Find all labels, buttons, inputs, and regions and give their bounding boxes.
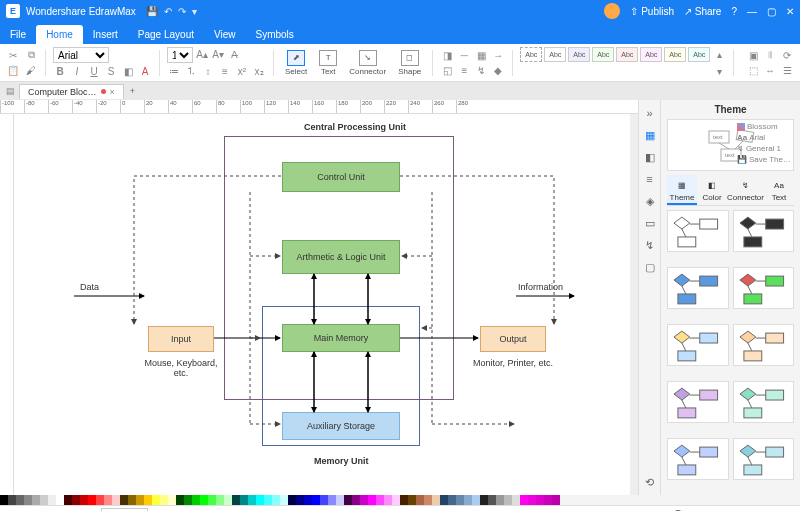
palette-swatch[interactable] xyxy=(208,495,216,505)
menu-insert[interactable]: Insert xyxy=(83,25,128,44)
cut-icon[interactable]: ✂ xyxy=(6,48,20,62)
preset-save[interactable]: 💾 Save The… xyxy=(737,155,791,164)
line-spacing-icon[interactable]: ↕ xyxy=(201,64,215,78)
theme-panel-icon[interactable]: ▦ xyxy=(643,128,657,142)
theme-thumbnail[interactable] xyxy=(733,267,795,309)
palette-swatch[interactable] xyxy=(448,495,456,505)
palette-swatch[interactable] xyxy=(40,495,48,505)
vertical-scrollbar[interactable] xyxy=(630,114,638,495)
palette-swatch[interactable] xyxy=(152,495,160,505)
palette-swatch[interactable] xyxy=(536,495,544,505)
increase-font-icon[interactable]: A▴ xyxy=(195,47,209,61)
theme-thumbnail[interactable] xyxy=(733,438,795,480)
palette-swatch[interactable] xyxy=(488,495,496,505)
theme-thumbnail[interactable] xyxy=(667,324,729,366)
palette-swatch[interactable] xyxy=(328,495,336,505)
maximize-icon[interactable]: ▢ xyxy=(767,6,776,17)
help-icon[interactable]: ? xyxy=(731,6,737,17)
connector-panel-icon[interactable]: ↯ xyxy=(643,238,657,252)
avatar[interactable] xyxy=(604,3,620,19)
highlight-icon[interactable]: ◧ xyxy=(121,64,135,78)
menu-view[interactable]: View xyxy=(204,25,246,44)
clear-format-icon[interactable]: A̶ xyxy=(227,47,241,61)
palette-swatch[interactable] xyxy=(72,495,80,505)
palette-swatch[interactable] xyxy=(440,495,448,505)
document-tab[interactable]: Computer Bloc… × xyxy=(19,84,124,99)
palette-swatch[interactable] xyxy=(272,495,280,505)
palette-swatch[interactable] xyxy=(160,495,168,505)
arrow-icon[interactable]: → xyxy=(491,48,505,62)
preset-font[interactable]: Aa Arial xyxy=(737,133,791,142)
palette-swatch[interactable] xyxy=(64,495,72,505)
style-swatch[interactable]: Abc xyxy=(616,47,638,62)
palette-swatch[interactable] xyxy=(416,495,424,505)
theme-thumbnail[interactable] xyxy=(733,210,795,252)
palette-swatch[interactable] xyxy=(88,495,96,505)
line-icon[interactable]: ─ xyxy=(457,48,471,62)
text-tool[interactable]: TText xyxy=(315,50,341,76)
close-tab-icon[interactable]: × xyxy=(110,87,115,97)
palette-swatch[interactable] xyxy=(368,495,376,505)
palette-swatch[interactable] xyxy=(48,495,56,505)
format-painter-icon[interactable]: 🖌 xyxy=(24,63,38,77)
output-node[interactable]: Output xyxy=(480,326,546,352)
shape-tool[interactable]: ◻Shape xyxy=(394,50,425,76)
palette-swatch[interactable] xyxy=(0,495,8,505)
shadow-icon[interactable]: ▦ xyxy=(474,48,488,62)
undo-icon[interactable]: ↶ xyxy=(164,6,172,17)
close-icon[interactable]: ✕ xyxy=(786,6,794,17)
palette-swatch[interactable] xyxy=(168,495,176,505)
palette-swatch[interactable] xyxy=(176,495,184,505)
theme-thumbnail[interactable] xyxy=(667,267,729,309)
palette-swatch[interactable] xyxy=(392,495,400,505)
palette-swatch[interactable] xyxy=(456,495,464,505)
align-panel-icon[interactable]: ≡ xyxy=(643,172,657,186)
palette-swatch[interactable] xyxy=(144,495,152,505)
style-swatch[interactable]: Abc xyxy=(640,47,662,62)
bullets-icon[interactable]: ≔ xyxy=(167,64,181,78)
palette-swatch[interactable] xyxy=(184,495,192,505)
palette-swatch[interactable] xyxy=(16,495,24,505)
group-icon[interactable]: ▣ xyxy=(746,48,760,62)
palette-swatch[interactable] xyxy=(240,495,248,505)
palette-swatch[interactable] xyxy=(136,495,144,505)
numbering-icon[interactable]: ⒈ xyxy=(184,64,198,78)
menu-file[interactable]: File xyxy=(0,25,36,44)
palette-swatch[interactable] xyxy=(400,495,408,505)
palette-swatch[interactable] xyxy=(232,495,240,505)
layers-panel-icon[interactable]: ◈ xyxy=(643,194,657,208)
palette-swatch[interactable] xyxy=(504,495,512,505)
size-icon[interactable]: ↔ xyxy=(763,63,777,77)
arrange-icon[interactable]: ⬚ xyxy=(746,63,760,77)
palette-swatch[interactable] xyxy=(552,495,560,505)
palette-swatch[interactable] xyxy=(248,495,256,505)
palette-swatch[interactable] xyxy=(464,495,472,505)
palette-swatch[interactable] xyxy=(192,495,200,505)
main-memory-node[interactable]: Main Memory xyxy=(282,324,400,352)
drawer-icon[interactable]: ▤ xyxy=(6,86,15,96)
align-icon[interactable]: ⫴ xyxy=(763,48,777,62)
underline-icon[interactable]: U xyxy=(87,64,101,78)
save-icon[interactable]: 💾 xyxy=(146,6,158,17)
theme-thumbnail[interactable] xyxy=(733,381,795,423)
palette-swatch[interactable] xyxy=(80,495,88,505)
gallery-up-icon[interactable]: ▴ xyxy=(712,47,726,61)
palette-swatch[interactable] xyxy=(376,495,384,505)
connector-style-icon[interactable]: ↯ xyxy=(474,63,488,77)
alu-node[interactable]: Arthmetic & Logic Unit xyxy=(282,240,400,274)
font-color-icon[interactable]: A xyxy=(138,64,152,78)
connector-tool[interactable]: ↘Connector xyxy=(345,50,390,76)
control-unit-node[interactable]: Control Unit xyxy=(282,162,400,192)
paste-icon[interactable]: 📋 xyxy=(6,63,20,77)
shape-fill-icon[interactable]: ◆ xyxy=(491,63,505,77)
gallery-down-icon[interactable]: ▾ xyxy=(712,64,726,78)
palette-swatch[interactable] xyxy=(424,495,432,505)
superscript-icon[interactable]: x² xyxy=(235,64,249,78)
palette-swatch[interactable] xyxy=(104,495,112,505)
layer-icon[interactable]: ☰ xyxy=(780,63,794,77)
page-tab[interactable]: Page-1 xyxy=(101,508,148,512)
italic-icon[interactable]: I xyxy=(70,64,84,78)
theme-thumbnail[interactable] xyxy=(667,438,729,480)
style-swatch[interactable]: Abc xyxy=(688,47,710,62)
palette-swatch[interactable] xyxy=(336,495,344,505)
